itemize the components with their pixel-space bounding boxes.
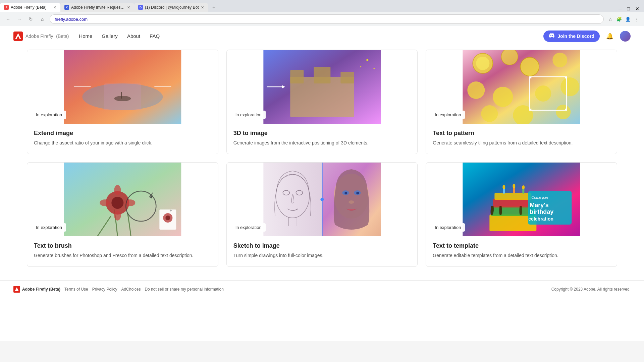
tab-2-close[interactable]: ✕ [127,5,130,10]
svg-marker-80 [15,287,19,291]
svg-point-17 [360,66,361,67]
discord-button-label: Join the Discord [557,34,594,39]
tab-3-title: (1) Discord | @Midjourney Bot [145,5,199,10]
forward-button[interactable]: → [15,15,23,23]
extensions-icon[interactable]: 🧩 [616,16,623,22]
svg-point-42 [100,199,110,206]
nav-about[interactable]: About [127,33,140,39]
url-bar[interactable]: firefly.adobe.com [50,14,604,24]
card-text-to-template[interactable]: Come join Mary's birthday celebration In… [426,162,617,267]
close-btn[interactable]: ✕ [633,5,641,12]
card-text-to-pattern[interactable]: In exploration Text to pattern Generate … [426,50,617,154]
footer-donotsell[interactable]: Do not sell or share my personal informa… [145,287,223,292]
address-bar-row: ← → ↻ ⌂ firefly.adobe.com ☆ 🧩 👤 ⋮ [0,12,644,26]
svg-point-61 [344,192,347,194]
card-text-to-brush[interactable]: + In exploration Text to brush Generate … [27,162,218,267]
svg-rect-12 [314,67,330,83]
card-pattern-desc: Generate seamlessly tiling patterns from… [433,139,610,146]
svg-point-41 [114,210,121,221]
card-grid-row2: + In exploration Text to brush Generate … [27,162,617,267]
tab-1-favicon: F [4,5,9,10]
svg-text:Come join: Come join [532,195,548,199]
tab-2[interactable]: X Adobe Firefly Invite Request Form ✕ [60,3,134,12]
svg-point-5 [114,96,131,101]
card-sketch-body: Sketch to image Turn simple drawings int… [227,236,418,266]
app-header: Adobe Firefly (Beta) Home Gallery About … [0,26,644,46]
discord-button[interactable]: Join the Discord [543,31,600,42]
nav-gallery[interactable]: Gallery [102,33,118,39]
notification-icon[interactable]: 🔔 [604,31,615,42]
card-brush-desc: Generate brushes for Photoshop and Fresc… [34,252,211,259]
card-sketch-image: In exploration [227,163,418,236]
footer-copyright: Copyright © 2023 Adobe. All rights reser… [551,287,631,292]
user-avatar[interactable] [620,31,631,42]
main-content: In exploration Extend image Change the a… [0,50,644,280]
card-brush-image: + In exploration [27,163,218,236]
tab-1[interactable]: F Adobe Firefly (Beta) ✕ [0,3,60,12]
app-name: Adobe Firefly (Beta) [25,33,69,40]
url-text: firefly.adobe.com [55,17,88,22]
settings-icon[interactable]: ⋮ [633,16,640,22]
profile-icon[interactable]: 👤 [625,16,631,22]
nav-home[interactable]: Home [79,33,92,39]
card-template-image: Come join Mary's birthday celebration In… [426,163,617,236]
footer-adchoices[interactable]: AdChoices [121,287,141,292]
card-template-desc: Generate editable templates from a detai… [433,252,610,259]
card-3d-to-image[interactable]: In exploration 3D to image Generate imag… [226,50,418,154]
card-brush-badge: In exploration [32,223,66,232]
card-template-badge: In exploration [431,223,465,232]
nav-faq[interactable]: FAQ [150,33,160,39]
card-3d-body: 3D to image Generate images from the int… [227,124,418,154]
card-extend-desc: Change the aspect ratio of your image wi… [34,139,211,146]
card-3d-desc: Generate images from the interactive pos… [233,139,411,146]
svg-text:celebration: celebration [529,216,554,222]
svg-rect-51 [263,163,322,236]
card-extend-badge: In exploration [32,111,66,119]
reload-button[interactable]: ↻ [27,15,35,23]
maximize-btn[interactable]: □ [625,5,632,12]
svg-text:birthday: birthday [530,208,554,215]
minimize-btn[interactable]: ─ [616,5,624,12]
tab-3-close[interactable]: ✕ [201,5,204,10]
footer-left: Adobe Firefly (Beta) Terms of Use Privac… [13,286,224,293]
svg-rect-13 [340,72,354,83]
svg-rect-6 [121,92,122,99]
svg-point-49 [165,216,170,220]
card-grid-row1: In exploration Extend image Change the a… [27,50,617,154]
tab-3[interactable]: D (1) Discord | @Midjourney Bot ✕ [134,3,208,12]
svg-point-28 [561,77,580,96]
new-tab-button[interactable]: + [209,3,219,12]
svg-point-72 [503,185,505,189]
footer-links: Terms of Use Privacy Policy AdChoices Do… [64,287,224,292]
svg-point-62 [356,192,359,194]
tab-3-favicon: D [138,5,143,10]
card-brush-body: Text to brush Generate brushes for Photo… [27,236,218,266]
discord-icon [549,33,555,39]
header-right: Join the Discord 🔔 [543,31,631,42]
tab-1-close[interactable]: ✕ [53,5,56,10]
card-sketch-desc: Turn simple drawings into full-color ima… [233,252,411,259]
back-button[interactable]: ← [4,15,12,23]
svg-point-22 [501,50,518,65]
svg-point-26 [493,87,513,107]
footer-brand: Adobe Firefly (Beta) [22,287,60,292]
card-extend-title: Extend image [34,130,211,137]
svg-point-16 [366,59,368,61]
address-bar-icons: ☆ 🧩 👤 ⋮ [607,16,640,22]
svg-text:Mary's: Mary's [530,202,549,208]
card-pattern-badge: In exploration [431,111,465,119]
footer-terms[interactable]: Terms of Use [64,287,88,292]
bookmark-icon[interactable]: ☆ [607,16,614,22]
card-3d-badge: In exploration [231,111,266,119]
svg-point-18 [373,68,375,69]
tab-2-favicon: X [64,5,69,10]
card-extend-body: Extend image Change the aspect ratio of … [27,124,218,154]
home-button[interactable]: ⌂ [38,15,46,23]
svg-point-31 [556,105,571,119]
footer-privacy[interactable]: Privacy Policy [92,287,117,292]
card-sketch-to-image[interactable]: In exploration Sketch to image Turn simp… [226,162,418,267]
svg-point-54 [320,198,324,201]
card-extend-image[interactable]: In exploration Extend image Change the a… [27,50,218,154]
tab-1-title: Adobe Firefly (Beta) [11,5,51,10]
card-3d-title: 3D to image [233,130,411,137]
